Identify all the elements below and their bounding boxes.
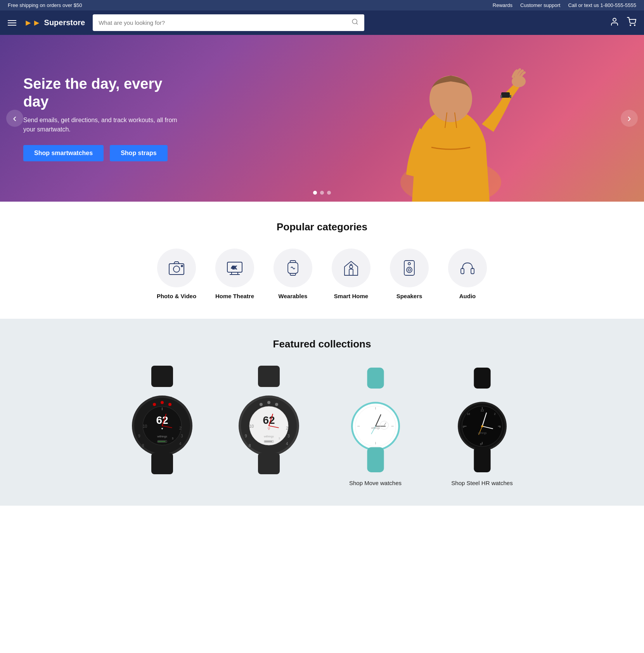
svg-point-3 [630,25,631,26]
categories-section: Popular categories Photo & Video 4K [0,202,644,319]
svg-text:6: 6 [480,442,482,446]
svg-text:3: 3 [181,434,183,438]
smart-home-label: Smart Home [334,293,368,299]
shipping-notice: Free shipping on orders over $50 [8,2,82,8]
featured-dark-watch-1[interactable]: 62 ♥ 10 9 8 2 3 4 withings 3 [109,366,215,486]
search-button[interactable] [346,14,364,31]
search-input[interactable] [93,16,346,30]
svg-rect-96 [474,368,490,389]
category-smart-home[interactable]: Smart Home [328,249,374,299]
svg-point-27 [407,267,412,273]
svg-text:4K: 4K [231,265,237,270]
svg-rect-8 [501,92,510,98]
black-watch-image: 12 3 6 9 10 2 withings [429,366,535,474]
rewards-link[interactable]: Rewards [493,2,512,8]
categories-title: Popular categories [16,221,628,233]
category-wearables[interactable]: Wearables [270,249,316,299]
svg-text:8: 8 [142,444,144,448]
smarthome-icon [342,259,360,277]
svg-text:withings: withings [370,427,380,430]
svg-point-15 [181,265,183,267]
svg-text:3: 3 [279,437,280,440]
svg-point-61 [267,401,270,404]
svg-point-37 [168,403,171,406]
hero-content: Seize the day, every day Send emails, ge… [0,52,213,184]
svg-rect-30 [461,268,464,274]
hero-image [258,35,644,202]
smart-home-icon-circle [332,249,370,287]
svg-text:9: 9 [138,434,140,438]
svg-rect-55 [158,441,166,442]
categories-grid: Photo & Video 4K Home Theatre [16,249,628,299]
hero-dot-1[interactable] [313,191,317,195]
top-bar: Free shipping on orders over $50 Rewards… [0,0,644,10]
support-link[interactable]: Customer support [520,2,560,8]
svg-rect-81 [367,368,384,389]
svg-text:9: 9 [462,425,464,428]
featured-dark-watch-2[interactable]: 62 ▽ 10 9 8 2 3 4 withings 3 [215,366,322,486]
svg-text:62: 62 [263,414,275,426]
svg-rect-32 [151,366,173,387]
category-home-theatre[interactable]: 4K Home Theatre [211,249,258,299]
svg-point-4 [634,25,635,26]
audio-label: Audio [459,293,476,299]
hero-next-button[interactable]: › [621,110,638,127]
hero-dot-3[interactable] [327,191,331,195]
home-theatre-icon-circle: 4K [215,249,254,287]
top-bar-right: Rewards Customer support Call or text us… [493,2,636,8]
svg-rect-80 [258,453,280,474]
featured-teal-watch[interactable]: withings Shop Move watches [322,366,429,486]
featured-grid: 62 ♥ 10 9 8 2 3 4 withings 3 [109,366,535,486]
svg-point-29 [408,263,410,265]
svg-rect-115 [474,447,490,472]
wearables-icon-circle [274,249,312,287]
logo[interactable]: ►► Superstore [24,18,85,28]
svg-text:3: 3 [172,437,173,440]
category-speakers[interactable]: Speakers [386,249,433,299]
svg-text:2: 2 [494,412,495,416]
svg-text:2: 2 [179,426,182,430]
cart-icon[interactable] [627,17,636,29]
dark-watch-2-image: 62 ▽ 10 9 8 2 3 4 withings 3 [215,366,322,474]
search-icon [351,18,358,25]
category-photo-video[interactable]: Photo & Video [153,249,200,299]
svg-point-62 [275,403,278,406]
wearables-icon [284,259,302,277]
svg-rect-10 [510,95,511,98]
audio-icon-circle [448,249,487,287]
svg-text:withings: withings [263,435,274,438]
hero-dot-2[interactable] [320,191,324,195]
search-bar [93,14,364,31]
svg-rect-24 [349,269,353,275]
account-icon[interactable] [610,17,619,29]
shop-straps-button[interactable]: Shop straps [110,145,167,161]
svg-text:♥: ♥ [161,427,163,430]
svg-text:12: 12 [480,409,484,412]
svg-text:62: 62 [156,414,168,426]
svg-rect-9 [500,95,502,98]
svg-text:withings: withings [157,435,167,438]
svg-text:8: 8 [249,444,251,448]
header-actions [610,17,636,29]
svg-text:withings: withings [477,432,486,435]
category-audio[interactable]: Audio [444,249,491,299]
phone-link[interactable]: Call or text us 1-800-555-5555 [568,2,636,8]
header: ►► Superstore [0,10,644,35]
svg-text:4: 4 [179,442,182,446]
logo-text: Superstore [44,18,85,27]
featured-title: Featured collections [16,338,628,350]
photo-video-label: Photo & Video [157,293,196,299]
shop-smartwatches-button[interactable]: Shop smartwatches [23,145,104,161]
featured-black-watch[interactable]: 12 3 6 9 10 2 withings [429,366,535,486]
svg-text:10: 10 [249,424,254,428]
svg-line-1 [357,23,358,24]
hamburger-menu[interactable] [8,20,16,26]
speaker-icon [400,259,418,277]
hero-title: Seize the day, every day [23,75,190,111]
svg-rect-95 [367,447,384,472]
svg-text:4: 4 [286,442,288,446]
hero-subtitle: Send emails, get directions, and track w… [23,116,190,134]
svg-text:3: 3 [499,425,501,428]
svg-point-113 [481,425,483,427]
svg-rect-31 [471,268,474,274]
